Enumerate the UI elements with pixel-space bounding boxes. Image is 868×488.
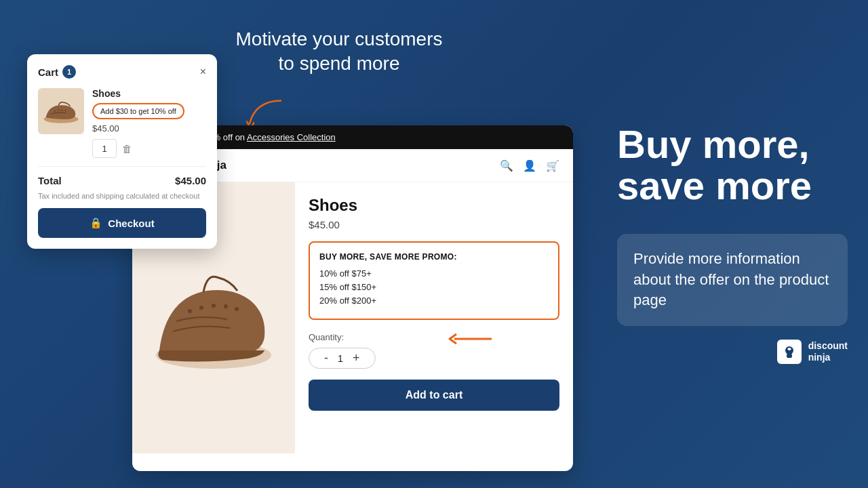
add-to-cart-button[interactable]: Add to cart: [309, 380, 559, 411]
brand-logo: [777, 340, 802, 364]
cart-total-value: $45.00: [175, 175, 206, 186]
page-wrapper: Motivate your customers to spend more Ca…: [0, 0, 868, 488]
product-price: $45.00: [309, 219, 559, 230]
svg-rect-12: [787, 354, 792, 358]
quantity-controls: - 1 +: [309, 348, 376, 369]
hero-title: Buy more, save more: [617, 124, 848, 207]
product-info: Shoes $45.00 BUY MORE, SAVE MORE PROMO: …: [295, 182, 573, 453]
cart-item-price: $45.00: [92, 123, 206, 134]
right-section: Buy more, save more Provide more informa…: [617, 124, 848, 364]
svg-point-4: [65, 109, 66, 110]
cart-icon[interactable]: 🛒: [546, 159, 559, 172]
quantity-decrease-button[interactable]: -: [319, 351, 334, 365]
svg-point-3: [61, 109, 62, 110]
nav-icons: 🔍 👤 🛒: [500, 159, 559, 172]
svg-point-10: [235, 307, 239, 311]
promo-item-1: 10% off $75+: [319, 268, 549, 279]
cart-quantity-display: 1: [92, 139, 117, 158]
banner-collection-link[interactable]: Accessories Collection: [247, 132, 336, 142]
cart-tax-note: Tax included and shipping calculated at …: [38, 192, 206, 200]
quantity-label: Quantity:: [309, 332, 559, 342]
quantity-value: 1: [334, 353, 347, 364]
product-shoe-image: [139, 250, 288, 386]
svg-point-9: [224, 304, 228, 308]
svg-point-8: [212, 304, 216, 308]
cart-item-details: Shoes Add $30 to get 10% off $45.00 1 🗑: [92, 88, 206, 158]
cart-badge: 1: [62, 65, 76, 79]
discount-ninja-logo-icon: [781, 344, 797, 360]
info-text: Provide more information about the offer…: [633, 249, 831, 311]
brand-footer: discount ninja: [617, 340, 848, 364]
arrow-promo: [444, 322, 498, 356]
quantity-increase-button[interactable]: +: [347, 351, 366, 365]
cart-item-controls: 1 🗑: [92, 139, 206, 158]
cart-upsell-badge: Add $30 to get 10% off: [92, 103, 184, 119]
promo-title: BUY MORE, SAVE MORE PROMO:: [319, 252, 549, 262]
cart-total-row: Total $45.00: [38, 175, 206, 186]
cart-item-name: Shoes: [92, 88, 206, 99]
account-icon[interactable]: 👤: [523, 159, 536, 172]
motivate-headline: Motivate your customers to spend more: [210, 27, 468, 77]
svg-point-7: [199, 306, 203, 310]
cart-close-button[interactable]: ×: [200, 66, 206, 78]
svg-point-6: [188, 309, 192, 313]
shoe-thumbnail-icon: [41, 93, 81, 130]
info-box: Provide more information about the offer…: [617, 234, 848, 326]
cart-title: Cart 1: [38, 65, 76, 79]
promo-box: BUY MORE, SAVE MORE PROMO: 10% off $75+ …: [309, 241, 559, 320]
search-icon[interactable]: 🔍: [500, 159, 513, 172]
cart-header: Cart 1 ×: [38, 65, 206, 79]
promo-item-2: 15% off $150+: [319, 282, 549, 292]
cart-drawer: Cart 1 ×: [27, 54, 217, 249]
svg-point-1: [54, 110, 56, 111]
cart-item-image: [38, 88, 84, 134]
checkout-lock-icon: 🔒: [90, 217, 102, 229]
left-section: Motivate your customers to spend more Ca…: [20, 20, 590, 468]
svg-point-2: [58, 109, 59, 110]
promo-item-3: 20% off $200+: [319, 296, 549, 306]
product-name: Shoes: [309, 196, 559, 215]
cart-item: Shoes Add $30 to get 10% off $45.00 1 🗑: [38, 88, 206, 158]
cart-divider: [38, 166, 206, 167]
checkout-button[interactable]: 🔒 Checkout: [38, 208, 206, 238]
delete-item-icon[interactable]: 🗑: [122, 143, 132, 155]
cart-total-label: Total: [38, 175, 62, 186]
brand-name: discount ninja: [808, 340, 848, 363]
